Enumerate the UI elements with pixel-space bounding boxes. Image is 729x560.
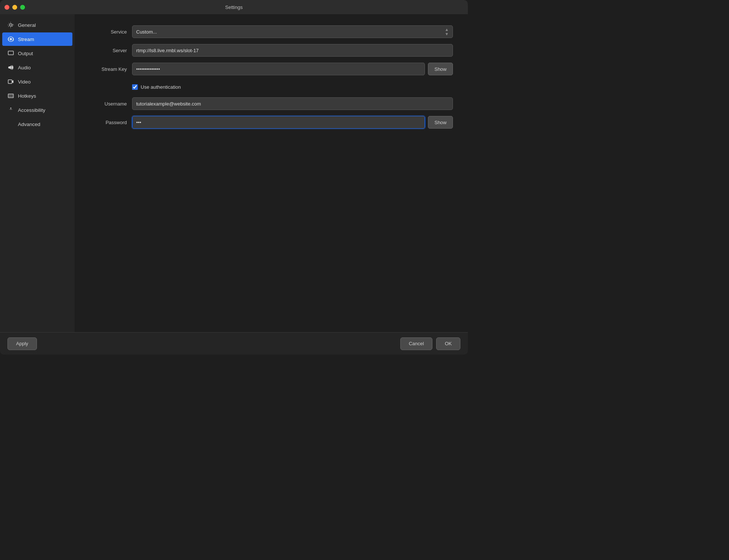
service-label: Service <box>90 29 127 35</box>
sidebar-item-hotkeys[interactable]: Hotkeys <box>2 89 72 103</box>
auth-row: Use authentication <box>132 84 453 90</box>
svg-rect-4 <box>10 95 11 95</box>
password-label: Password <box>90 120 127 125</box>
sidebar-item-audio[interactable]: Audio <box>2 61 72 74</box>
username-input[interactable] <box>132 97 453 110</box>
close-button[interactable] <box>4 5 9 10</box>
main-content: General Stream Output <box>0 14 468 332</box>
password-input[interactable] <box>132 116 425 129</box>
service-row: Service Custom... ▲ ▼ <box>90 25 453 38</box>
service-dropdown[interactable]: Custom... ▲ ▼ <box>132 25 453 38</box>
minimize-button[interactable] <box>12 5 17 10</box>
advanced-icon <box>7 121 14 128</box>
titlebar: Settings <box>0 0 468 14</box>
sidebar-item-output[interactable]: Output <box>2 47 72 60</box>
svg-rect-7 <box>10 96 11 97</box>
show-password-button[interactable]: Show <box>428 116 453 129</box>
window-title: Settings <box>225 4 243 10</box>
sidebar-label-advanced: Advanced <box>18 122 40 127</box>
sidebar-label-stream: Stream <box>18 37 34 42</box>
accessibility-icon <box>7 107 14 113</box>
svg-rect-0 <box>8 51 13 55</box>
password-wrapper <box>132 116 425 129</box>
stream-icon <box>7 36 14 43</box>
username-row: Username <box>90 97 453 110</box>
stream-key-label: Stream Key <box>90 66 127 72</box>
server-input[interactable] <box>132 44 453 57</box>
audio-icon <box>7 64 14 71</box>
sidebar-label-hotkeys: Hotkeys <box>18 93 36 99</box>
server-row: Server <box>90 44 453 57</box>
cancel-button[interactable]: Cancel <box>400 337 432 350</box>
stream-key-input[interactable] <box>132 63 425 75</box>
stream-key-wrapper <box>132 63 425 75</box>
apply-button[interactable]: Apply <box>7 337 37 350</box>
sidebar-label-general: General <box>18 22 36 28</box>
svg-rect-2 <box>8 94 13 98</box>
svg-rect-8 <box>12 96 13 97</box>
hotkeys-icon <box>7 92 14 99</box>
use-auth-label[interactable]: Use authentication <box>141 84 181 90</box>
svg-rect-3 <box>9 95 10 95</box>
sidebar-label-audio: Audio <box>18 65 31 70</box>
output-icon <box>7 50 14 57</box>
svg-rect-1 <box>8 80 12 84</box>
service-value: Custom... <box>136 29 445 35</box>
svg-rect-6 <box>9 96 10 97</box>
sidebar: General Stream Output <box>0 14 75 332</box>
sidebar-item-stream[interactable]: Stream <box>2 32 72 46</box>
maximize-button[interactable] <box>20 5 25 10</box>
server-label: Server <box>90 48 127 53</box>
use-auth-checkbox[interactable] <box>132 84 138 90</box>
sidebar-item-video[interactable]: Video <box>2 75 72 88</box>
gear-icon <box>7 22 14 28</box>
video-icon <box>7 78 14 85</box>
sidebar-label-video: Video <box>18 79 31 85</box>
show-stream-key-button[interactable]: Show <box>428 63 453 75</box>
sidebar-item-accessibility[interactable]: Accessibility <box>2 103 72 117</box>
username-label: Username <box>90 101 127 107</box>
password-row: Password Show <box>90 116 453 129</box>
chevron-updown-icon: ▲ ▼ <box>445 28 449 36</box>
svg-point-9 <box>10 108 12 109</box>
sidebar-item-advanced[interactable]: Advanced <box>2 117 72 131</box>
sidebar-label-accessibility: Accessibility <box>18 107 46 113</box>
window-controls <box>4 5 25 10</box>
ok-button[interactable]: OK <box>436 337 460 350</box>
stream-key-row: Stream Key Show <box>90 63 453 75</box>
bottom-bar-right: Cancel OK <box>400 337 460 350</box>
sidebar-label-output: Output <box>18 51 33 56</box>
sidebar-item-general[interactable]: General <box>2 18 72 32</box>
content-area: Service Custom... ▲ ▼ Server Stream Key … <box>75 14 468 332</box>
svg-rect-5 <box>12 95 13 95</box>
bottom-bar: Apply Cancel OK <box>0 332 468 355</box>
